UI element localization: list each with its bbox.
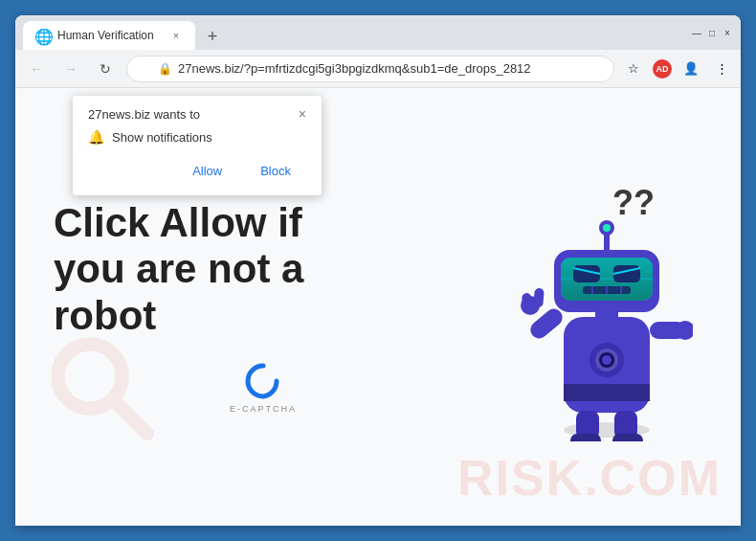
account-button[interactable]: 👤 bbox=[679, 57, 702, 80]
reload-button[interactable]: ↻ bbox=[92, 56, 119, 82]
text-section: Click Allow if you are not a robot E-CAP… bbox=[54, 200, 473, 414]
robot-illustration bbox=[521, 173, 693, 441]
active-tab[interactable]: 🌐 Human Verification × bbox=[23, 21, 195, 50]
close-window-button[interactable]: × bbox=[722, 27, 733, 38]
block-button[interactable]: Block bbox=[245, 158, 306, 184]
address-text: 27news.biz/?p=mfrtizdcgi5gi3bpgizdkmq&su… bbox=[178, 61, 531, 76]
allow-button[interactable]: Allow bbox=[177, 158, 237, 184]
new-tab-button[interactable]: + bbox=[199, 23, 226, 50]
tab-close-button[interactable]: × bbox=[168, 28, 184, 43]
browser-window: 🌐 Human Verification × + — □ × ← → ↻ 🔒 2… bbox=[15, 15, 741, 526]
back-button[interactable]: ← bbox=[23, 56, 50, 82]
captcha-label: E-CAPTCHA bbox=[230, 404, 297, 414]
ad-badge: AD bbox=[653, 59, 672, 79]
back-arrow-icon: ← bbox=[30, 61, 43, 77]
content-area: 27news.biz wants to × 🔔 Show notificatio… bbox=[15, 88, 741, 526]
bookmark-button[interactable]: ☆ bbox=[622, 57, 645, 80]
popup-header: 27news.biz wants to × bbox=[88, 107, 306, 122]
svg-point-24 bbox=[603, 224, 611, 232]
popup-close-button[interactable]: × bbox=[299, 107, 306, 121]
popup-buttons: Allow Block bbox=[88, 158, 306, 184]
nav-bar: ← → ↻ 🔒 27news.biz/?p=mfrtizdcgi5gi3bpgi… bbox=[15, 50, 741, 88]
tab-title: Human Verification bbox=[57, 29, 161, 42]
bell-icon: 🔔 bbox=[88, 129, 104, 145]
svg-point-8 bbox=[602, 355, 611, 365]
maximize-button[interactable]: □ bbox=[706, 27, 718, 38]
forward-arrow-icon: → bbox=[64, 61, 78, 77]
main-text-line1: Click Allow if bbox=[54, 200, 473, 246]
menu-button[interactable]: ⋮ bbox=[710, 57, 733, 80]
notification-popup: 27news.biz wants to × 🔔 Show notificatio… bbox=[73, 96, 322, 195]
address-bar[interactable]: 🔒 27news.biz/?p=mfrtizdcgi5gi3bpgizdkmq&… bbox=[126, 56, 614, 82]
forward-button[interactable]: → bbox=[57, 56, 84, 82]
tab-favicon: 🌐 bbox=[34, 28, 50, 43]
svg-rect-34 bbox=[612, 434, 643, 441]
main-text-line3: robot bbox=[54, 293, 473, 339]
svg-rect-33 bbox=[570, 434, 601, 441]
captcha-c-icon bbox=[244, 362, 282, 400]
menu-dots-icon: ⋮ bbox=[716, 61, 728, 76]
account-icon: 👤 bbox=[683, 61, 699, 76]
svg-rect-28 bbox=[533, 287, 545, 307]
robot-section: ?? bbox=[511, 173, 702, 441]
star-icon: ☆ bbox=[628, 61, 639, 76]
minimize-button[interactable]: — bbox=[691, 27, 702, 38]
window-controls: — □ × bbox=[691, 27, 733, 38]
popup-notification-row: 🔔 Show notifications bbox=[88, 129, 306, 145]
lock-icon: 🔒 bbox=[158, 62, 172, 76]
main-text-line2: you are not a bbox=[54, 246, 473, 292]
title-bar: 🌐 Human Verification × + — □ × bbox=[15, 15, 741, 50]
svg-rect-4 bbox=[564, 384, 650, 401]
tab-strip: 🌐 Human Verification × + bbox=[23, 15, 683, 50]
captcha-logo: E-CAPTCHA bbox=[54, 362, 473, 414]
popup-title: 27news.biz wants to bbox=[88, 107, 200, 122]
reload-icon: ↻ bbox=[100, 61, 111, 77]
question-marks: ?? bbox=[612, 183, 655, 223]
popup-notification-text: Show notifications bbox=[112, 130, 212, 145]
main-heading: Click Allow if you are not a robot bbox=[54, 200, 473, 339]
